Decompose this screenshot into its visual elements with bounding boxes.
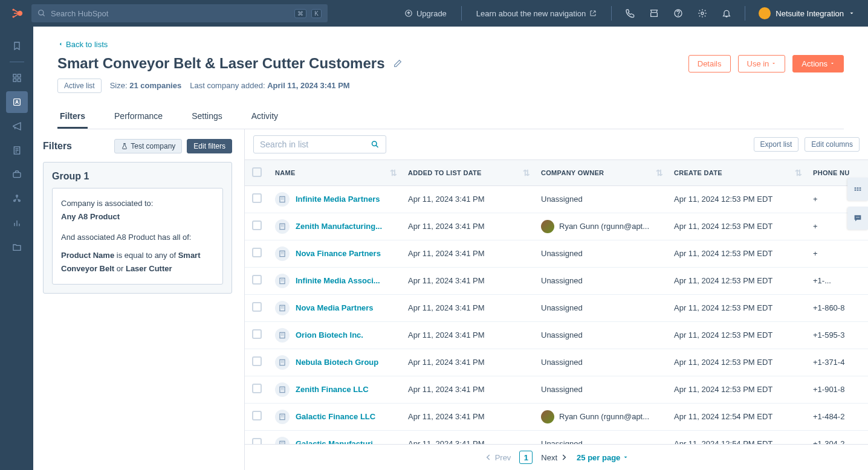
tab-activity[interactable]: Activity bbox=[249, 105, 280, 129]
global-search-input[interactable] bbox=[51, 9, 290, 18]
external-link-icon bbox=[589, 10, 597, 17]
create-date: Apr 11, 2024 12:53 PM EDT bbox=[668, 213, 807, 240]
company-link[interactable]: Nova Finance Partners bbox=[296, 249, 381, 258]
phone-icon[interactable] bbox=[621, 8, 638, 18]
table-row: Nebula Biotech GroupApr 11, 2024 3:41 PM… bbox=[245, 349, 868, 376]
rail-crm[interactable] bbox=[6, 91, 28, 113]
last-added: Last company added: April 11, 2024 3:41 … bbox=[190, 81, 350, 90]
user-menu[interactable]: Netsuite Integration bbox=[755, 7, 858, 19]
row-checkbox[interactable] bbox=[252, 302, 262, 312]
col-header[interactable]: NAME⇅ bbox=[269, 160, 402, 186]
rail-reporting[interactable] bbox=[6, 212, 28, 234]
company-icon bbox=[275, 410, 290, 424]
owner-cell: Unassigned bbox=[535, 430, 668, 444]
company-link[interactable]: Galactic Manufacturi... bbox=[296, 439, 380, 444]
create-date: Apr 11, 2024 12:53 PM EDT bbox=[668, 267, 807, 294]
col-header[interactable]: ADDED TO LIST DATE⇅ bbox=[402, 160, 535, 186]
row-checkbox[interactable] bbox=[252, 356, 262, 366]
back-to-lists-link[interactable]: Back to lists bbox=[57, 40, 108, 49]
company-link[interactable]: Orion Biotech Inc. bbox=[296, 330, 363, 340]
sort-icon[interactable]: ⇅ bbox=[523, 168, 530, 178]
edit-title-button[interactable] bbox=[393, 59, 403, 68]
owner-cell: Unassigned bbox=[535, 321, 668, 349]
company-link[interactable]: Zenith Finance LLC bbox=[296, 385, 369, 394]
next-page-button[interactable]: Next bbox=[541, 453, 568, 462]
select-all-checkbox[interactable] bbox=[252, 167, 262, 177]
tab-performance[interactable]: Performance bbox=[112, 105, 165, 129]
svg-point-11 bbox=[701, 12, 704, 14]
actions-button[interactable]: Actions bbox=[792, 55, 844, 72]
sort-icon[interactable]: ⇅ bbox=[795, 168, 802, 178]
added-date: Apr 11, 2024 3:41 PM bbox=[402, 213, 535, 240]
company-link[interactable]: Nova Media Partners bbox=[296, 303, 374, 312]
tab-settings[interactable]: Settings bbox=[189, 105, 225, 129]
company-link[interactable]: Zenith Manufacturing... bbox=[296, 222, 382, 231]
row-checkbox[interactable] bbox=[252, 411, 262, 420]
current-page[interactable]: 1 bbox=[519, 451, 533, 464]
use-in-button[interactable]: Use in bbox=[738, 55, 786, 72]
sort-icon[interactable]: ⇅ bbox=[390, 168, 397, 178]
owner-cell: Unassigned bbox=[535, 376, 668, 403]
marketplace-icon[interactable] bbox=[646, 8, 662, 18]
rail-workspaces[interactable] bbox=[6, 67, 28, 89]
phone: +1-595-3 bbox=[807, 321, 868, 349]
settings-icon[interactable] bbox=[694, 8, 711, 18]
notifications-icon[interactable] bbox=[718, 8, 735, 18]
rail-bookmarks[interactable] bbox=[6, 35, 28, 57]
company-link[interactable]: Infinite Media Associ... bbox=[296, 276, 380, 285]
tab-filters[interactable]: Filters bbox=[57, 105, 88, 129]
edit-columns-button[interactable]: Edit columns bbox=[805, 137, 860, 152]
row-checkbox[interactable] bbox=[252, 384, 262, 393]
search-in-list[interactable] bbox=[253, 135, 386, 153]
search-in-list-input[interactable] bbox=[260, 140, 366, 149]
details-button[interactable]: Details bbox=[688, 55, 731, 72]
row-checkbox[interactable] bbox=[252, 438, 262, 444]
company-link[interactable]: Galactic Finance LLC bbox=[296, 412, 375, 421]
hubspot-logo[interactable] bbox=[10, 6, 24, 21]
col-header[interactable]: CREATE DATE⇅ bbox=[668, 160, 807, 186]
create-date: Apr 11, 2024 12:54 PM EDT bbox=[668, 403, 807, 430]
owner-cell: Unassigned bbox=[535, 185, 668, 213]
grid-widget[interactable] bbox=[847, 178, 868, 201]
per-page-select[interactable]: 25 per page bbox=[577, 453, 629, 462]
row-checkbox[interactable] bbox=[252, 248, 262, 257]
svg-rect-22 bbox=[13, 173, 21, 178]
sort-icon[interactable]: ⇅ bbox=[656, 168, 663, 178]
rail-marketing[interactable] bbox=[6, 115, 28, 137]
chevron-left-icon bbox=[57, 41, 63, 47]
list-size: Size: 21 companies bbox=[110, 81, 182, 90]
col-header[interactable]: COMPANY OWNER⇅ bbox=[535, 160, 668, 186]
search-icon bbox=[37, 9, 46, 18]
rail-library[interactable] bbox=[6, 236, 28, 258]
export-list-button[interactable]: Export list bbox=[754, 137, 799, 152]
caret-down-icon bbox=[830, 61, 835, 66]
rail-content[interactable] bbox=[6, 140, 28, 161]
rail-commerce[interactable] bbox=[6, 164, 28, 185]
company-icon bbox=[275, 274, 290, 288]
row-checkbox[interactable] bbox=[252, 275, 262, 285]
help-icon[interactable] bbox=[670, 8, 687, 18]
chat-widget[interactable] bbox=[847, 207, 868, 230]
svg-rect-51 bbox=[280, 305, 285, 311]
edit-filters-button[interactable]: Edit filters bbox=[187, 139, 232, 153]
company-link[interactable]: Nebula Biotech Group bbox=[296, 358, 378, 367]
added-date: Apr 11, 2024 3:41 PM bbox=[402, 240, 535, 267]
svg-line-4 bbox=[14, 10, 18, 12]
row-checkbox[interactable] bbox=[252, 329, 262, 339]
rail-automations[interactable] bbox=[6, 188, 28, 210]
svg-rect-13 bbox=[18, 74, 21, 77]
create-date: Apr 11, 2024 12:53 PM EDT bbox=[668, 240, 807, 267]
global-search[interactable]: ⌘ K bbox=[31, 4, 328, 22]
company-icon bbox=[275, 246, 290, 261]
svg-rect-97 bbox=[857, 187, 859, 188]
phone: +1-371-4 bbox=[807, 349, 868, 376]
test-company-button[interactable]: Test company bbox=[114, 139, 182, 153]
row-checkbox[interactable] bbox=[252, 221, 262, 230]
upgrade-link[interactable]: Upgrade bbox=[400, 9, 452, 18]
row-checkbox[interactable] bbox=[252, 193, 262, 203]
company-link[interactable]: Infinite Media Partners bbox=[296, 195, 380, 204]
learn-nav-link[interactable]: Learn about the new navigation bbox=[471, 9, 601, 18]
svg-point-0 bbox=[18, 11, 22, 16]
side-widgets bbox=[847, 178, 868, 230]
prev-page-button[interactable]: Prev bbox=[484, 453, 511, 462]
